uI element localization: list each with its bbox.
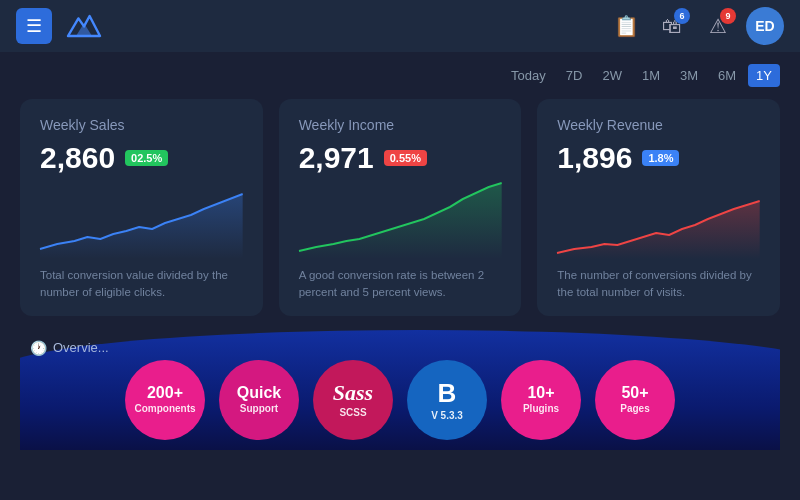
weekly-revenue-value: 1,896 <box>557 141 632 175</box>
time-btn-6m[interactable]: 6M <box>710 64 744 87</box>
overview-label: 🕐 Overvie... <box>30 340 109 356</box>
circle-pages-main: 50+ <box>621 384 648 402</box>
time-btn-3m[interactable]: 3M <box>672 64 706 87</box>
svg-marker-1 <box>76 23 92 36</box>
circle-sass[interactable]: Sass SCSS <box>313 360 393 440</box>
header-right: 📋 🛍 6 ⚠ 9 ED <box>608 7 784 45</box>
logo <box>64 11 104 41</box>
circle-pages-sub: Pages <box>620 402 649 415</box>
circle-components-main: 200+ <box>147 384 183 402</box>
weekly-revenue-value-row: 1,896 1.8% <box>557 141 760 175</box>
time-btn-today[interactable]: Today <box>503 64 554 87</box>
weekly-sales-card: Weekly Sales 2,860 02.5% Total c <box>20 99 263 316</box>
bottom-section: 🕐 Overvie... 200+ Components Quick Suppo… <box>20 330 780 450</box>
circle-support[interactable]: Quick Support <box>219 360 299 440</box>
weekly-sales-badge: 02.5% <box>125 150 168 166</box>
time-btn-1m[interactable]: 1M <box>634 64 668 87</box>
weekly-revenue-title: Weekly Revenue <box>557 117 760 133</box>
circle-pages[interactable]: 50+ Pages <box>595 360 675 440</box>
clipboard-button[interactable]: 📋 <box>608 8 644 44</box>
weekly-sales-value: 2,860 <box>40 141 115 175</box>
weekly-revenue-card: Weekly Revenue 1,896 1.8% The nu <box>537 99 780 316</box>
weekly-income-title: Weekly Income <box>299 117 502 133</box>
weekly-sales-desc: Total conversion value divided by the nu… <box>40 267 243 302</box>
weekly-sales-title: Weekly Sales <box>40 117 243 133</box>
clock-icon: 🕐 <box>30 340 47 356</box>
time-btn-2w[interactable]: 2W <box>594 64 630 87</box>
weekly-income-badge: 0.55% <box>384 150 427 166</box>
circle-sass-main: Sass <box>333 380 373 406</box>
weekly-income-chart <box>299 179 502 259</box>
circle-components-sub: Components <box>134 402 195 415</box>
circle-components[interactable]: 200+ Components <box>125 360 205 440</box>
weekly-sales-value-row: 2,860 02.5% <box>40 141 243 175</box>
circle-support-sub: Support <box>240 402 278 415</box>
bag-badge: 6 <box>674 8 690 24</box>
weekly-income-value: 2,971 <box>299 141 374 175</box>
bag-button[interactable]: 🛍 6 <box>654 8 690 44</box>
hamburger-icon: ☰ <box>26 15 42 37</box>
time-btn-7d[interactable]: 7D <box>558 64 591 87</box>
weekly-sales-chart <box>40 179 243 259</box>
weekly-revenue-desc: The number of conversions divided by the… <box>557 267 760 302</box>
cards-grid: Weekly Sales 2,860 02.5% Total c <box>20 99 780 316</box>
circle-bootstrap[interactable]: B V 5.3.3 <box>407 360 487 440</box>
weekly-revenue-badge: 1.8% <box>642 150 679 166</box>
circle-support-main: Quick <box>237 384 281 402</box>
circle-bootstrap-sub: V 5.3.3 <box>431 409 463 422</box>
main-content: Today 7D 2W 1M 3M 6M 1Y Weekly Sales 2,8… <box>0 52 800 450</box>
circle-sass-sub: SCSS <box>339 406 366 419</box>
weekly-revenue-chart <box>557 179 760 259</box>
circles-row: 200+ Components Quick Support Sass SCSS … <box>20 360 780 440</box>
alert-button[interactable]: ⚠ 9 <box>700 8 736 44</box>
circle-plugins[interactable]: 10+ Plugins <box>501 360 581 440</box>
time-filter: Today 7D 2W 1M 3M 6M 1Y <box>20 64 780 87</box>
alert-badge: 9 <box>720 8 736 24</box>
menu-button[interactable]: ☰ <box>16 8 52 44</box>
logo-icon <box>64 11 104 41</box>
weekly-income-value-row: 2,971 0.55% <box>299 141 502 175</box>
weekly-income-card: Weekly Income 2,971 0.55% A good <box>279 99 522 316</box>
header-left: ☰ <box>16 8 104 44</box>
weekly-income-desc: A good conversion rate is between 2 perc… <box>299 267 502 302</box>
avatar-button[interactable]: ED <box>746 7 784 45</box>
circle-plugins-sub: Plugins <box>523 402 559 415</box>
circle-plugins-main: 10+ <box>527 384 554 402</box>
header: ☰ 📋 🛍 6 ⚠ 9 ED <box>0 0 800 52</box>
clipboard-icon: 📋 <box>614 14 639 38</box>
time-btn-1y[interactable]: 1Y <box>748 64 780 87</box>
circle-bootstrap-main: B <box>438 378 457 409</box>
